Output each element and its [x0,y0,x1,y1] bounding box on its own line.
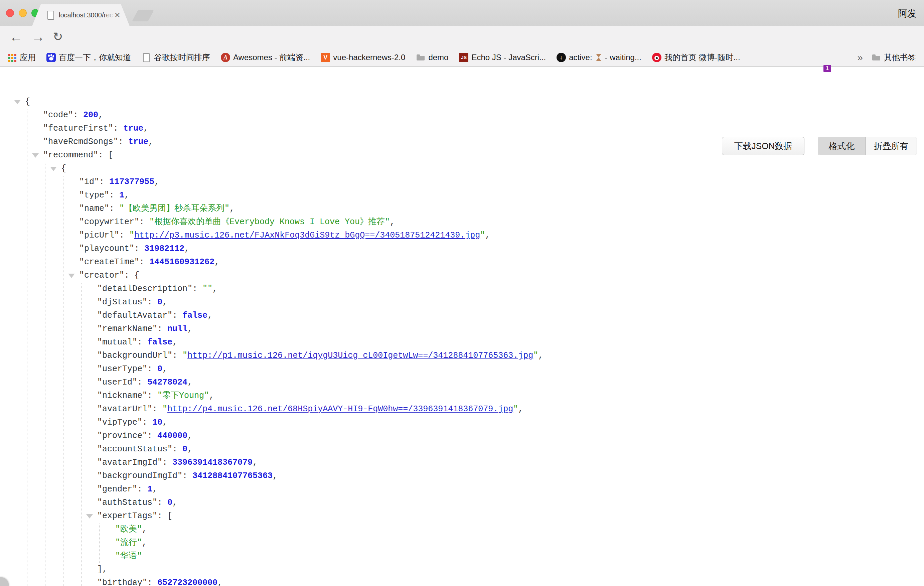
vue-icon: V [321,53,330,62]
json-punctuation: : [172,311,182,320]
json-punctuation: : [147,364,157,374]
json-key: "province" [97,431,147,441]
tab-close-icon[interactable]: ✕ [114,4,120,26]
reload-button[interactable]: ↻ [53,26,63,49]
json-punctuation: , [152,484,157,494]
json-punctuation: : [172,444,182,454]
bookmark-awesomes[interactable]: AAwesomes - 前端资... [221,52,310,63]
json-key: "backgroundUrl" [97,351,172,360]
browser-toolbar: ← → ↻ i localhost :3000/recommend/resour… [0,26,924,49]
json-key: "picUrl" [79,231,119,240]
json-key: "authStatus" [97,498,157,507]
json-punctuation: : [137,337,147,347]
json-key: "gender" [97,484,137,494]
json-key: "createTime" [79,257,139,267]
json-value-number: 3396391418367079 [172,458,252,467]
json-url-link[interactable]: http://p1.music.126.net/iqygU3Uicg_cL00I… [187,351,533,360]
bookmark-echojs[interactable]: JSEcho JS - JavaScri... [459,53,546,62]
awesome-icon: A [221,53,230,62]
minimize-window-button[interactable] [19,9,27,17]
bookmark-label: Awesomes - 前端资... [233,52,310,63]
json-punctuation: { [61,164,66,173]
tab-title-fade [104,4,114,26]
json-url-link[interactable]: http://p3.music.126.net/FJAxNkFoq3dGiS9t… [134,231,480,240]
bookmark-active[interactable]: active:- waiting... [556,53,641,62]
json-value-string: " [480,231,485,240]
json-url-link[interactable]: http://p4.music.126.net/68HSpiyAAVY-HI9-… [167,404,513,414]
json-punctuation: : [162,458,172,467]
json-punctuation: , [218,578,223,586]
json-value-string: "华语" [115,551,142,561]
json-punctuation: : [109,190,119,200]
json-punctuation: : [134,244,144,254]
json-line: "backgroundUrl": "http://p1.music.126.ne… [0,349,924,363]
other-bookmarks-folder[interactable]: 其他书签 [871,52,916,63]
json-value-number: 1 [119,190,124,200]
json-punctuation: : [147,391,157,401]
json-value-number: 0 [157,364,162,374]
profile-name[interactable]: 阿发 [898,7,917,20]
json-key: "id" [79,177,99,187]
collapse-toggle-icon[interactable] [86,514,93,518]
json-line: { [0,95,924,109]
json-punctuation: ], [97,565,107,574]
json-value-number: 1445160931262 [149,257,214,267]
json-punctuation: , [518,404,523,414]
json-key: "remarkName" [97,324,157,334]
json-key: "haveRcmdSongs" [43,137,118,147]
json-line: "playcount": 31982112, [0,242,924,256]
collapse-toggle-icon[interactable] [32,154,39,158]
down-icon [556,53,566,62]
bookmark-google-sort[interactable]: 谷歌按时间排序 [142,52,210,63]
new-tab-button[interactable] [132,10,154,21]
json-value-number: 3412884107765363 [192,471,272,481]
forward-button[interactable]: → [31,26,45,49]
bookmark-apps[interactable]: 应用 [7,52,36,63]
json-punctuation: : [172,351,182,360]
collapse-toggle-icon[interactable] [68,274,75,278]
bookmark-label: active: [569,53,592,62]
json-value-number: 0 [167,498,172,507]
json-key: "userType" [97,364,147,374]
json-punctuation: , [148,137,153,147]
collapse-toggle-icon[interactable] [50,167,57,171]
json-punctuation: : [147,297,157,307]
json-value-string: "欧美" [115,525,142,534]
bookmark-label: 百度一下，你就知道 [59,52,131,63]
json-key: "avatarImgId" [97,458,162,467]
browser-tab[interactable]: localhost:3000/recommend/re ✕ [32,4,130,26]
json-line: ], [0,563,924,576]
apps-icon [7,53,17,62]
json-tree-viewer: {"code": 200,"featureFirst": true,"haveR… [0,95,924,586]
page-icon [143,53,150,62]
bookmark-vue-hackernews[interactable]: Vvue-hackernews-2.0 [321,53,405,62]
json-key: "vipType" [97,418,142,427]
json-punctuation: , [185,244,190,254]
json-punctuation: , [98,110,103,120]
json-line: "featureFirst": true, [0,122,924,135]
json-punctuation: , [214,257,219,267]
json-value-number: true [128,137,148,147]
bookmarks-overflow-icon[interactable]: » [857,52,863,63]
json-value-string: "零下Young" [157,391,209,401]
json-value-number: 31982112 [144,244,185,254]
json-line: "haveRcmdSongs": true, [0,135,924,149]
json-punctuation: , [272,471,277,481]
bookmark-demo-folder[interactable]: demo [416,53,448,62]
json-line: "recommend": [ [0,149,924,162]
json-value-number: 652723200000 [157,578,218,586]
json-line: "accountStatus": 0, [0,443,924,456]
bookmark-weibo-home[interactable]: 我的首页 微博-随时... [652,52,740,63]
json-line: "avatarImgId": 3396391418367079, [0,456,924,469]
json-key: "defaultAvatar" [97,311,172,320]
json-value-number: false [147,337,172,347]
back-button[interactable]: ← [9,26,23,49]
json-key: "creator" [79,271,124,280]
close-window-button[interactable] [6,9,14,17]
collapse-toggle-icon[interactable] [14,100,21,104]
bookmark-baidu[interactable]: 百度一下，你就知道 [46,52,131,63]
other-bookmarks-label: 其他书签 [884,52,916,63]
json-line: "vipType": 10, [0,416,924,429]
json-line: "province": 440000, [0,429,924,443]
json-line: "name": "【欧美男团】秒杀耳朵系列", [0,202,924,216]
